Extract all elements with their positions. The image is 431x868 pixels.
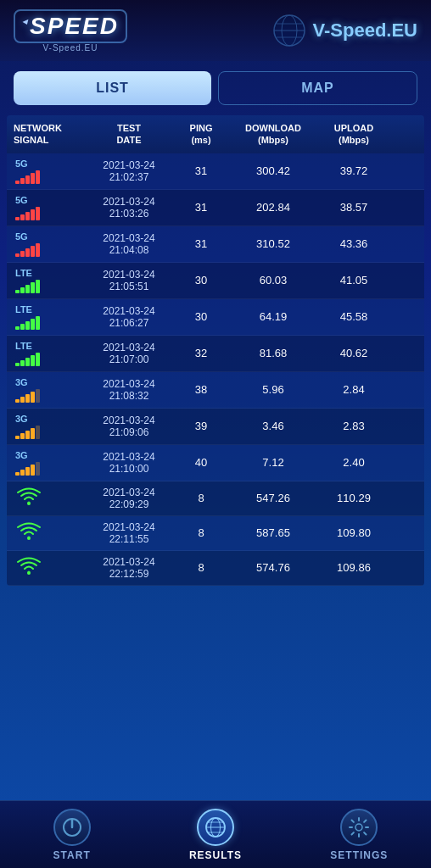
app-header: ◂SPEED V-Speed.EU V-Speed.EU [0, 0, 431, 61]
header-right: V-Speed.EU [272, 14, 417, 47]
download-cell: 310.52 [231, 237, 316, 250]
signal-cell: 5G [10, 159, 87, 184]
table-row[interactable]: 2021-03-2422:09:298547.26110.29 [7, 481, 424, 516]
ping-cell: 8 [171, 526, 231, 539]
signal-cell: 5G [10, 231, 87, 257]
logo-text: ◂SPEED [14, 9, 127, 43]
table-row[interactable]: 5G2021-03-2421:03:2631202.8438.57 [7, 190, 424, 226]
table-row[interactable]: 5G2021-03-2421:02:3731300.4239.72 [7, 153, 424, 190]
download-cell: 300.42 [231, 164, 316, 177]
signal-cell: LTE [10, 304, 87, 330]
nav-results[interactable]: RESULTS [143, 809, 287, 861]
svg-line-20 [352, 820, 354, 821]
tab-bar: LIST MAP [14, 71, 417, 105]
svg-point-5 [27, 502, 31, 505]
signal-cell [10, 487, 87, 509]
nav-start[interactable]: START [0, 809, 143, 861]
signal-cell: 3G [10, 414, 87, 439]
ping-cell: 31 [171, 164, 231, 177]
download-cell: 587.65 [231, 526, 316, 539]
upload-cell: 2.40 [316, 456, 392, 469]
svg-line-21 [364, 832, 366, 834]
table-row[interactable]: 2021-03-2422:12:598574.76109.86 [7, 551, 424, 586]
upload-cell: 2.83 [316, 420, 392, 432]
signal-cell: 3G [10, 450, 87, 476]
upload-cell: 2.84 [316, 383, 392, 396]
signal-cell [10, 557, 87, 579]
ping-cell: 32 [171, 347, 231, 359]
date-cell: 2021-03-2421:08:32 [87, 378, 171, 402]
download-cell: 81.68 [231, 347, 316, 359]
logo-area: ◂SPEED V-Speed.EU [14, 9, 127, 53]
date-cell: 2021-03-2422:12:59 [87, 556, 171, 580]
ping-cell: 39 [171, 420, 231, 432]
table-row[interactable]: 5G2021-03-2421:04:0831310.5243.36 [7, 226, 424, 263]
nav-start-label: START [53, 849, 91, 861]
tab-list[interactable]: LIST [14, 71, 211, 105]
signal-cell: LTE [10, 341, 87, 366]
upload-cell: 109.80 [316, 526, 392, 539]
upload-cell: 39.72 [316, 164, 392, 177]
ping-cell: 30 [171, 310, 231, 323]
download-cell: 7.12 [231, 456, 316, 469]
table-row[interactable]: LTE2021-03-2421:06:273064.1945.58 [7, 299, 424, 336]
upload-cell: 109.86 [316, 561, 392, 574]
table-row[interactable]: 2021-03-2422:11:558587.65109.80 [7, 516, 424, 551]
date-cell: 2021-03-2421:03:26 [87, 196, 171, 220]
start-icon-wrap [53, 809, 91, 846]
ping-cell: 40 [171, 456, 231, 469]
signal-cell: LTE [10, 268, 87, 293]
download-cell: 574.76 [231, 561, 316, 574]
globe-icon [272, 14, 306, 47]
table-row[interactable]: 3G2021-03-2421:09:06393.462.83 [7, 409, 424, 445]
table-row[interactable]: LTE2021-03-2421:05:513060.0341.05 [7, 263, 424, 299]
ping-cell: 8 [171, 492, 231, 504]
bottom-nav: START RESULTS [0, 800, 431, 868]
table-row[interactable]: LTE2021-03-2421:07:003281.6840.62 [7, 336, 424, 372]
date-cell: 2021-03-2421:02:37 [87, 159, 171, 183]
svg-line-22 [364, 820, 366, 821]
upload-cell: 41.05 [316, 274, 392, 287]
upload-cell: 38.57 [316, 201, 392, 214]
download-cell: 64.19 [231, 310, 316, 323]
col-ping: PING(ms) [171, 122, 231, 147]
table-row[interactable]: 3G2021-03-2421:10:00407.122.40 [7, 445, 424, 481]
ping-cell: 38 [171, 383, 231, 396]
upload-cell: 110.29 [316, 492, 392, 504]
nav-results-label: RESULTS [189, 849, 242, 861]
table-row[interactable]: 3G2021-03-2421:08:32385.962.84 [7, 372, 424, 409]
results-table: NETWORKSIGNAL TESTDATE PING(ms) DOWNLOAD… [7, 115, 424, 586]
gear-icon [348, 816, 370, 838]
download-cell: 3.46 [231, 420, 316, 432]
col-download: DOWNLOAD(Mbps) [231, 122, 316, 147]
date-cell: 2021-03-2421:07:00 [87, 342, 171, 365]
date-cell: 2021-03-2422:11:55 [87, 521, 171, 545]
date-cell: 2021-03-2422:09:29 [87, 487, 171, 510]
svg-line-23 [352, 832, 354, 834]
power-icon [61, 816, 83, 838]
date-cell: 2021-03-2421:06:27 [87, 305, 171, 329]
date-cell: 2021-03-2421:09:06 [87, 415, 171, 438]
svg-point-7 [27, 571, 31, 575]
col-date: TESTDATE [87, 122, 171, 147]
col-upload: UPLOAD(Mbps) [316, 122, 392, 147]
download-cell: 60.03 [231, 274, 316, 287]
table-header: NETWORKSIGNAL TESTDATE PING(ms) DOWNLOAD… [7, 115, 424, 153]
table-rows: 5G2021-03-2421:02:3731300.4239.725G2021-… [7, 153, 424, 586]
download-cell: 547.26 [231, 492, 316, 504]
upload-cell: 45.58 [316, 310, 392, 323]
svg-point-15 [355, 824, 362, 831]
tab-map[interactable]: MAP [218, 71, 417, 105]
ping-cell: 30 [171, 274, 231, 287]
download-cell: 202.84 [231, 201, 316, 214]
signal-cell [10, 522, 87, 544]
logo-sub: V-Speed.EU [42, 43, 98, 53]
site-title: V-Speed.EU [313, 19, 417, 42]
ping-cell: 31 [171, 201, 231, 214]
globe-nav-icon [204, 815, 227, 839]
date-cell: 2021-03-2421:05:51 [87, 269, 171, 292]
date-cell: 2021-03-2421:10:00 [87, 451, 171, 475]
upload-cell: 43.36 [316, 237, 392, 250]
nav-settings[interactable]: SETTINGS [288, 809, 431, 861]
download-cell: 5.96 [231, 383, 316, 396]
